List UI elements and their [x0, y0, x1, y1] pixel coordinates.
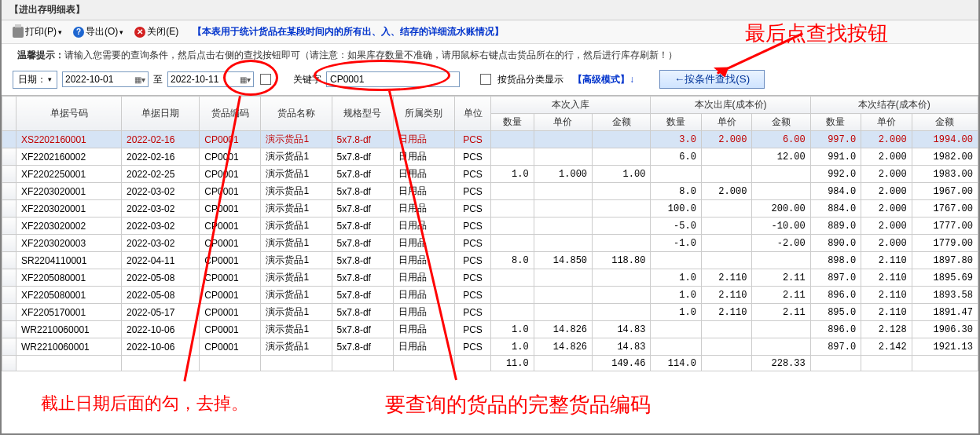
cell: 1897.80: [912, 252, 978, 269]
cell: [491, 148, 534, 166]
col-in-price[interactable]: 单价: [534, 114, 592, 131]
col-bal-qty[interactable]: 数量: [810, 114, 861, 131]
cell: [534, 183, 592, 200]
cell: 1921.13: [912, 338, 978, 356]
cell: [810, 356, 861, 371]
table-row[interactable]: WR22100600012022-10-06CP0001演示货品15x7.8-d…: [2, 321, 978, 338]
table-row[interactable]: XF22050800012022-05-08CP0001演示货品15x7.8-d…: [2, 287, 978, 304]
col-in-qty[interactable]: 数量: [491, 114, 534, 131]
col-bal-price[interactable]: 单价: [861, 114, 912, 131]
cell: 5x7.8-df: [332, 131, 393, 148]
cell: 5x7.8-df: [332, 148, 393, 166]
cell: 1893.58: [912, 287, 978, 304]
col-name[interactable]: 货品名称: [261, 97, 332, 131]
cell: CP0001: [200, 166, 261, 183]
cell: 897.0: [810, 269, 861, 287]
cell: [701, 200, 751, 217]
cell: [534, 235, 592, 252]
cell: PCS: [454, 131, 490, 148]
cell: [752, 166, 810, 183]
cell: 5x7.8-df: [332, 338, 393, 356]
cell: [593, 304, 651, 321]
cell: 984.0: [810, 183, 861, 200]
cell: PCS: [454, 338, 490, 356]
calendar-icon[interactable]: ▦▾: [134, 75, 145, 84]
table-row[interactable]: XF22030200012022-03-02CP0001演示货品15x7.8-d…: [2, 200, 978, 217]
table-row[interactable]: 11.0149.46114.0228.33: [2, 356, 978, 371]
cell: 12.00: [752, 148, 810, 166]
cell: [534, 148, 592, 166]
export-button[interactable]: ? 导出(O) ▾: [70, 24, 127, 40]
toolbar-description: 【本表用于统计货品在某段时间内的所有出、入、结存的详细流水账情况】: [193, 25, 504, 38]
data-grid-wrapper: 单据号码 单据日期 货品编码 货品名称 规格型号 所属类别 单位 本次入库 本次…: [2, 96, 978, 371]
cell: 2.000: [861, 148, 912, 166]
cell: [534, 356, 592, 371]
date-end-checkbox[interactable]: [260, 74, 271, 85]
col-out-qty[interactable]: 数量: [651, 114, 701, 131]
row-handle-header: [2, 97, 17, 131]
col-bal-amount[interactable]: 金额: [912, 114, 978, 131]
col-out-price[interactable]: 单价: [701, 114, 751, 131]
cell: [752, 183, 810, 200]
col-cat[interactable]: 所属类别: [393, 97, 454, 131]
cell: CP0001: [200, 235, 261, 252]
table-row[interactable]: XF22021600022022-02-16CP0001演示货品15x7.8-d…: [2, 148, 978, 166]
table-row[interactable]: XS22021600012022-02-16CP0001演示货品15x7.8-d…: [2, 131, 978, 148]
table-row[interactable]: XF22030200012022-03-02CP0001演示货品15x7.8-d…: [2, 183, 978, 200]
cell: 2022-05-17: [122, 304, 200, 321]
cell: 114.0: [651, 356, 701, 371]
data-grid: 单据号码 单据日期 货品编码 货品名称 规格型号 所属类别 单位 本次入库 本次…: [2, 96, 978, 371]
cell: [752, 252, 810, 269]
cell: 1.00: [593, 166, 651, 183]
advanced-mode-link[interactable]: 【高级模式】↓: [573, 73, 634, 86]
cell: 2022-02-25: [122, 166, 200, 183]
cell: 日用品: [393, 321, 454, 338]
table-row[interactable]: XF22051700012022-05-17CP0001演示货品15x7.8-d…: [2, 304, 978, 321]
cell: 日用品: [393, 166, 454, 183]
cell: 1.0: [651, 269, 701, 287]
table-row[interactable]: SR22041100012022-04-11CP0001演示货品15x7.8-d…: [2, 252, 978, 269]
col-code[interactable]: 货品编码: [200, 97, 261, 131]
keyword-input[interactable]: [326, 71, 460, 87]
cell: 2.000: [861, 131, 912, 148]
annotation-text-checkbox: 截止日期后面的勾，去掉。: [41, 392, 248, 415]
cell: PCS: [454, 321, 490, 338]
col-doc-date[interactable]: 单据日期: [122, 97, 200, 131]
table-row[interactable]: XF22030200032022-03-02CP0001演示货品15x7.8-d…: [2, 235, 978, 252]
cell: XF2205080001: [17, 269, 122, 287]
row-handle: [2, 252, 17, 269]
cell: 2.000: [861, 200, 912, 217]
print-button[interactable]: 打印(P) ▾: [9, 24, 65, 40]
toolbar: 打印(P) ▾ ? 导出(O) ▾ ✕ 关闭(E) 【本表用于统计货品在某段时间…: [2, 20, 978, 44]
row-handle: [2, 183, 17, 200]
cell: 演示货品1: [261, 269, 332, 287]
cell: 1906.30: [912, 321, 978, 338]
date-to-input[interactable]: 2022-10-11 ▦▾: [167, 71, 254, 87]
close-button[interactable]: ✕ 关闭(E): [131, 24, 182, 40]
col-doc-no[interactable]: 单据号码: [17, 97, 122, 131]
cell: XF2202250001: [17, 166, 122, 183]
cell: 日用品: [393, 183, 454, 200]
col-in-amount[interactable]: 金额: [593, 114, 651, 131]
col-spec[interactable]: 规格型号: [332, 97, 393, 131]
search-button[interactable]: ←按条件查找(S): [659, 70, 765, 89]
col-unit[interactable]: 单位: [454, 97, 490, 131]
cell: 5x7.8-df: [332, 166, 393, 183]
calendar-icon[interactable]: ▦▾: [240, 75, 251, 84]
classify-checkbox[interactable]: [480, 74, 491, 85]
table-row[interactable]: WR22100600012022-10-06CP0001演示货品15x7.8-d…: [2, 338, 978, 356]
dropdown-icon: ▾: [58, 28, 62, 36]
table-row[interactable]: XF22050800012022-05-08CP0001演示货品15x7.8-d…: [2, 269, 978, 287]
table-row[interactable]: XF22030200022022-03-02CP0001演示货品15x7.8-d…: [2, 217, 978, 235]
cell: 890.0: [810, 235, 861, 252]
col-out-amount[interactable]: 金额: [752, 114, 810, 131]
cell: 895.0: [810, 304, 861, 321]
cell: 14.826: [534, 321, 592, 338]
cell: 日用品: [393, 252, 454, 269]
cell: [491, 269, 534, 287]
cell: CP0001: [200, 131, 261, 148]
date-from-input[interactable]: 2022-10-01 ▦▾: [62, 71, 149, 87]
table-row[interactable]: XF22022500012022-02-25CP0001演示货品15x7.8-d…: [2, 166, 978, 183]
cell: WR2210060001: [17, 338, 122, 356]
date-label-box[interactable]: 日期： ▾: [13, 71, 57, 89]
